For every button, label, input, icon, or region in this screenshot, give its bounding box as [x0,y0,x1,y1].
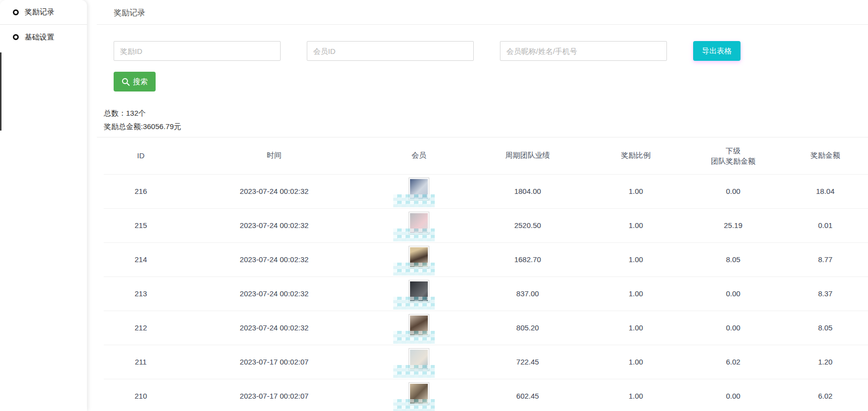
search-row: 搜索 [87,72,868,91]
cell-ratio: 1.00 [588,208,684,242]
censored-member-name [393,263,435,275]
cell-sub-amount: 25.19 [684,208,783,242]
cell-member [371,174,467,208]
censored-member-name [393,365,435,378]
sidebar-item-reward-records[interactable]: 奖励记录 [0,0,87,25]
cell-time: 2023-07-24 00:02:32 [178,276,371,311]
table-header-row: ID 时间 会员 周期团队业绩 奖励比例 下级 团队奖励金额 奖励金额 [104,137,868,174]
censored-member-name [393,228,435,241]
cell-performance: 1682.70 [467,242,588,276]
member-info-input[interactable] [500,41,667,61]
table-row: 210 2023-07-17 00:02:07 602.45 1.00 0.00… [104,379,868,411]
cell-performance: 837.00 [467,276,588,311]
left-scrollbar-thumb[interactable] [0,52,1,131]
table-row: 214 2023-07-24 00:02:32 1682.70 1.00 8.0… [104,242,868,276]
cell-performance: 722.45 [467,345,588,379]
cell-sub-amount: 0.00 [684,311,783,345]
sidebar-item-label: 奖励记录 [25,7,54,17]
export-table-button[interactable]: 导出表格 [693,41,741,61]
col-header-time: 时间 [178,137,371,174]
cell-member [371,276,467,311]
cell-member [371,379,467,411]
member-id-input[interactable] [307,41,474,61]
cell-amount: 8.37 [783,276,868,311]
cell-ratio: 1.00 [588,276,684,311]
cell-sub-amount: 0.00 [684,276,783,311]
cell-sub-amount: 8.05 [684,242,783,276]
radio-circle-icon [13,9,19,15]
col-header-member: 会员 [371,137,467,174]
cell-ratio: 1.00 [588,379,684,411]
cell-id: 216 [104,174,178,208]
cell-member [371,345,467,379]
cell-ratio: 1.00 [588,242,684,276]
radio-circle-icon [13,34,19,40]
cell-performance: 1804.00 [467,174,588,208]
search-icon [122,78,130,86]
table-row: 213 2023-07-24 00:02:32 837.00 1.00 0.00… [104,276,868,311]
cell-ratio: 1.00 [588,311,684,345]
censored-member-name [393,331,435,344]
censored-member-name [393,194,435,207]
sidebar-item-basic-settings[interactable]: 基础设置 [0,25,87,49]
table-row: 211 2023-07-17 00:02:07 722.45 1.00 6.02… [104,345,868,379]
cell-amount: 1.20 [783,345,868,379]
table-row: 216 2023-07-24 00:02:32 1804.00 1.00 0.0… [104,174,868,208]
cell-id: 210 [104,379,178,411]
cell-time: 2023-07-24 00:02:32 [178,242,371,276]
total-amount-line: 奖励总金额:36056.79元 [104,120,868,133]
cell-ratio: 1.00 [588,345,684,379]
cell-amount: 8.77 [783,242,868,276]
cell-amount: 8.05 [783,311,868,345]
cell-id: 215 [104,208,178,242]
cell-amount: 6.02 [783,379,868,411]
search-button-label: 搜索 [133,77,148,87]
cell-member [371,242,467,276]
page-title: 奖励记录 [97,0,868,25]
cell-time: 2023-07-24 00:02:32 [178,311,371,345]
cell-ratio: 1.00 [588,174,684,208]
cell-member [371,311,467,345]
cell-amount: 0.01 [783,208,868,242]
sidebar-item-label: 基础设置 [25,33,54,42]
filter-bar: 导出表格 [87,41,868,61]
sidebar: 奖励记录 基础设置 [0,0,87,411]
censored-member-name [393,399,435,411]
cell-amount: 18.04 [783,174,868,208]
rewards-table: ID 时间 会员 周期团队业绩 奖励比例 下级 团队奖励金额 奖励金额 216 … [104,137,868,411]
col-header-amount: 奖励金额 [783,137,868,174]
cell-performance: 805.20 [467,311,588,345]
col-header-performance: 周期团队业绩 [467,137,588,174]
cell-id: 211 [104,345,178,379]
table-row: 215 2023-07-24 00:02:32 2520.50 1.00 25.… [104,208,868,242]
cell-time: 2023-07-17 00:02:07 [178,345,371,379]
cell-sub-amount: 6.02 [684,345,783,379]
summary-block: 总数：132个 奖励总金额:36056.79元 [87,106,868,133]
cell-time: 2023-07-24 00:02:32 [178,208,371,242]
col-header-id: ID [104,137,178,174]
cell-sub-amount: 0.00 [684,174,783,208]
cell-id: 212 [104,311,178,345]
cell-time: 2023-07-17 00:02:07 [178,379,371,411]
cell-performance: 602.45 [467,379,588,411]
cell-time: 2023-07-24 00:02:32 [178,174,371,208]
col-header-ratio: 奖励比例 [588,137,684,174]
reward-id-input[interactable] [114,41,281,61]
total-count-line: 总数：132个 [104,106,868,120]
cell-performance: 2520.50 [467,208,588,242]
main-content: 奖励记录 导出表格 搜索 总数：132个 奖励总金额:36056.79元 [87,0,868,411]
censored-member-name [393,297,435,310]
cell-member [371,208,467,242]
col-header-sub-amount: 下级 团队奖励金额 [684,137,783,174]
cell-id: 214 [104,242,178,276]
search-button[interactable]: 搜索 [114,72,156,91]
cell-id: 213 [104,276,178,311]
cell-sub-amount: 0.00 [684,379,783,411]
table-row: 212 2023-07-24 00:02:32 805.20 1.00 0.00… [104,311,868,345]
